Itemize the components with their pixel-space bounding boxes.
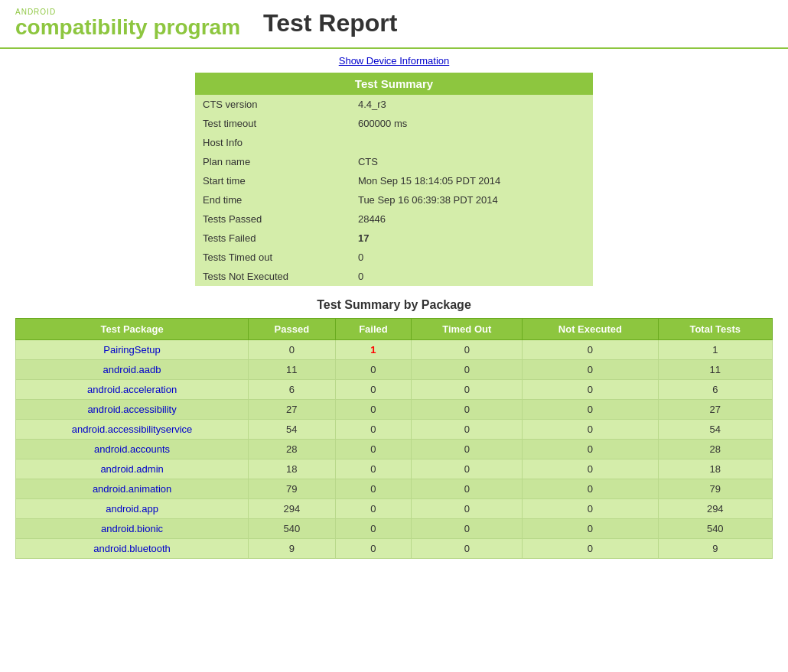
summary-row-value: 17: [350, 229, 593, 248]
package-timedout: 0: [412, 359, 523, 379]
package-link[interactable]: android.admin: [100, 463, 163, 475]
packages-col-header: Not Executed: [523, 318, 658, 339]
package-notexec: 0: [523, 339, 658, 359]
package-passed: 54: [249, 419, 335, 439]
summary-row-value: Mon Sep 15 18:14:05 PDT 2014: [350, 171, 593, 190]
table-row: android.acceleration60006: [16, 379, 773, 399]
table-row: android.aadb1100011: [16, 359, 773, 379]
logo-text: compatibility program: [15, 16, 240, 40]
package-failed: 0: [335, 439, 412, 459]
package-link[interactable]: android.accessibility: [87, 404, 176, 415]
package-timedout: 0: [412, 518, 523, 538]
package-timedout: 0: [412, 498, 523, 518]
summary-row-label: Plan name: [195, 152, 350, 171]
package-passed: 294: [249, 498, 335, 518]
package-timedout: 0: [412, 459, 523, 479]
summary-row-label: Tests Not Executed: [195, 267, 350, 286]
packages-col-header: Total Tests: [658, 318, 772, 339]
package-link[interactable]: android.aadb: [103, 364, 161, 375]
summary-row-label: Host Info: [195, 133, 350, 152]
package-passed: 11: [249, 359, 335, 379]
summary-row-label: Tests Passed: [195, 209, 350, 229]
package-passed: 9: [249, 538, 335, 558]
package-timedout: 0: [412, 419, 523, 439]
package-notexec: 0: [523, 518, 658, 538]
package-failed: 0: [335, 518, 412, 538]
summary-row-label: Start time: [195, 171, 350, 190]
summary-row-value: 28446: [350, 209, 593, 229]
package-passed: 540: [249, 518, 335, 538]
package-notexec: 0: [523, 419, 658, 439]
packages-col-header: Test Package: [16, 318, 249, 339]
package-link[interactable]: android.bionic: [101, 523, 163, 534]
package-total: 6: [658, 379, 772, 399]
packages-col-header: Failed: [335, 318, 412, 339]
package-link[interactable]: android.animation: [93, 483, 171, 495]
package-link[interactable]: android.app: [106, 503, 158, 515]
package-total: 27: [658, 399, 772, 419]
show-device-link[interactable]: Show Device Information: [339, 55, 450, 67]
package-notexec: 0: [523, 459, 658, 479]
package-passed: 27: [249, 399, 335, 419]
package-total: 79: [658, 479, 772, 498]
package-link[interactable]: android.accounts: [94, 443, 170, 455]
table-row: PairingSetup01001: [16, 339, 773, 359]
package-failed: 0: [335, 498, 412, 518]
package-failed: 0: [335, 359, 412, 379]
table-row: android.admin1800018: [16, 459, 773, 479]
package-failed: 0: [335, 399, 412, 419]
package-timedout: 0: [412, 439, 523, 459]
packages-col-header: Passed: [249, 318, 335, 339]
package-passed: 79: [249, 479, 335, 498]
package-passed: 6: [249, 379, 335, 399]
table-row: android.app294000294: [16, 498, 773, 518]
package-notexec: 0: [523, 399, 658, 419]
package-total: 1: [658, 339, 772, 359]
packages-title: Test Summary by Package: [15, 298, 773, 312]
package-link[interactable]: PairingSetup: [103, 344, 160, 355]
package-timedout: 0: [412, 399, 523, 419]
summary-row-value: [350, 133, 593, 152]
summary-row-value: 0: [350, 248, 593, 267]
package-timedout: 0: [412, 379, 523, 399]
summary-row-label: Tests Failed: [195, 229, 350, 248]
package-total: 11: [658, 359, 772, 379]
summary-title: Test Summary: [195, 73, 593, 95]
packages-col-header: Timed Out: [412, 318, 523, 339]
package-timedout: 0: [412, 538, 523, 558]
package-failed: 0: [335, 419, 412, 439]
summary-row-label: End time: [195, 190, 350, 209]
package-link[interactable]: android.acceleration: [87, 384, 177, 395]
package-total: 9: [658, 538, 772, 558]
summary-row-label: Test timeout: [195, 114, 350, 133]
package-failed: 0: [335, 538, 412, 558]
package-passed: 28: [249, 439, 335, 459]
summary-row-value: CTS: [350, 152, 593, 171]
package-passed: 0: [249, 339, 335, 359]
package-link[interactable]: android.bluetooth: [93, 543, 170, 554]
package-link[interactable]: android.accessibilityservice: [72, 424, 193, 435]
table-row: android.animation7900079: [16, 479, 773, 498]
package-passed: 18: [249, 459, 335, 479]
page-title: Test Report: [263, 9, 397, 37]
package-total: 18: [658, 459, 772, 479]
package-failed: 1: [335, 339, 412, 359]
summary-row-value: 0: [350, 267, 593, 286]
summary-row-label: CTS version: [195, 95, 350, 114]
table-row: android.accounts2800028: [16, 439, 773, 459]
summary-row-value: 600000 ms: [350, 114, 593, 133]
package-failed: 0: [335, 479, 412, 498]
package-timedout: 0: [412, 339, 523, 359]
package-total: 54: [658, 419, 772, 439]
package-failed: 0: [335, 379, 412, 399]
package-total: 294: [658, 498, 772, 518]
summary-row-value: Tue Sep 16 06:39:38 PDT 2014: [350, 190, 593, 209]
package-timedout: 0: [412, 479, 523, 498]
package-notexec: 0: [523, 359, 658, 379]
package-notexec: 0: [523, 498, 658, 518]
package-notexec: 0: [523, 439, 658, 459]
summary-row-value: 4.4_r3: [350, 95, 593, 114]
summary-row-label: Tests Timed out: [195, 248, 350, 267]
package-notexec: 0: [523, 538, 658, 558]
table-row: android.accessibilityservice5400054: [16, 419, 773, 439]
